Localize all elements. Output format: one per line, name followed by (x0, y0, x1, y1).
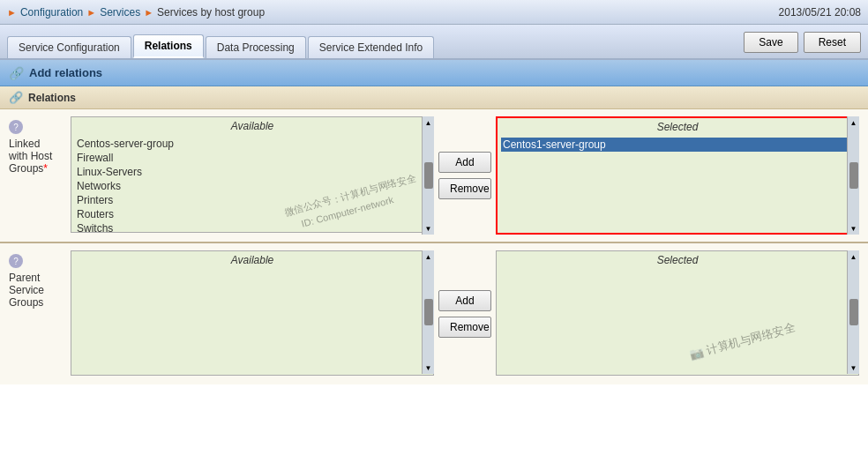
list-item[interactable]: Networks (75, 179, 430, 193)
add-relations-header: 🔗 Add relations (0, 60, 868, 86)
selected-list-linked: Selected Centos1-server-group (496, 116, 859, 235)
breadcrumb-services[interactable]: Services (100, 6, 140, 19)
scroll-up-selected-parent[interactable]: ▲ (849, 252, 858, 261)
selected-scrollbar-linked[interactable]: ▲ ▼ (847, 116, 859, 235)
scroll-thumb-selected-parent[interactable] (849, 299, 858, 325)
breadcrumb-arrow-2: ► (86, 7, 96, 18)
scroll-thumb-linked[interactable] (424, 162, 433, 189)
scroll-up-selected-linked[interactable]: ▲ (849, 118, 858, 127)
transfer-middle-linked: Add Remove (434, 116, 496, 235)
available-scrollbar-parent[interactable]: ▲ ▼ (422, 250, 434, 374)
selected-items-linked[interactable]: Centos1-server-group (498, 136, 857, 233)
save-button[interactable]: Save (744, 32, 797, 53)
reset-button[interactable]: Reset (804, 32, 861, 53)
available-box-linked: Available Centos-server-groupFirewallLin… (71, 116, 434, 235)
help-icon-parent[interactable]: ? (9, 254, 23, 268)
list-item[interactable]: Centos1-server-group (501, 138, 854, 152)
remove-linked-button[interactable]: Remove (438, 178, 491, 199)
add-linked-button[interactable]: Add (438, 152, 491, 173)
scroll-down-selected-linked[interactable]: ▼ (849, 224, 858, 233)
parent-service-groups-section: ? ParentServiceGroups Available ▲ ▼ (0, 242, 868, 384)
top-bar: ► Configuration ► Services ► Services by… (0, 0, 868, 25)
available-items-linked[interactable]: Centos-server-groupFirewallLinux-Servers… (71, 135, 433, 232)
scroll-thumb-selected-linked[interactable] (849, 162, 858, 189)
action-buttons: Save Reset (744, 32, 861, 53)
breadcrumb-configuration[interactable]: Configuration (20, 6, 83, 19)
relations-subheader-icon: 🔗 (9, 91, 23, 104)
selected-items-parent[interactable] (497, 269, 858, 375)
scroll-down-selected-parent[interactable]: ▼ (849, 363, 858, 372)
scroll-thumb-parent[interactable] (424, 299, 433, 325)
available-box-parent: Available ▲ ▼ (71, 250, 434, 377)
list-item[interactable]: Linux-Servers (75, 165, 430, 179)
relations-icon: 🔗 (9, 66, 24, 80)
list-item[interactable]: Centos-server-group (75, 137, 430, 151)
breadcrumb-arrow-3: ► (144, 7, 153, 18)
list-item[interactable]: Routers (75, 207, 430, 221)
relations-subheader: 🔗 Relations (0, 86, 868, 109)
selected-list-parent: Selected (496, 250, 859, 376)
scroll-up-parent[interactable]: ▲ (424, 252, 433, 261)
tab-data-processing[interactable]: Data Processing (206, 36, 306, 58)
tab-service-configuration[interactable]: Service Configuration (7, 36, 131, 58)
parent-service-groups-label: ? ParentServiceGroups (9, 250, 71, 377)
parent-service-groups-row: ? ParentServiceGroups Available ▲ ▼ (0, 243, 868, 384)
scroll-up-linked[interactable]: ▲ (424, 118, 433, 127)
scroll-down-parent[interactable]: ▼ (424, 363, 433, 372)
help-icon-linked[interactable]: ? (9, 120, 23, 134)
tab-service-extended-info[interactable]: Service Extended Info (308, 36, 434, 58)
selected-box-linked: Selected Centos1-server-group ▲ ▼ (496, 116, 859, 235)
linked-host-groups-row: ? Linkedwith HostGroups* Available Cento… (0, 109, 868, 242)
transfer-middle-parent: Add Remove (434, 250, 496, 377)
list-item[interactable]: Switchs (75, 221, 430, 232)
remove-parent-button[interactable]: Remove (438, 317, 491, 338)
selected-scrollbar-parent[interactable]: ▲ ▼ (847, 250, 859, 374)
available-list-linked: Available Centos-server-groupFirewallLin… (71, 116, 434, 233)
selected-box-parent: Selected ▲ ▼ (496, 250, 859, 377)
available-list-parent: Available (71, 250, 434, 376)
datetime: 2013/05/21 20:08 (779, 6, 861, 19)
list-item[interactable]: Printers (75, 193, 430, 207)
breadcrumb-arrow-1: ► (7, 7, 17, 18)
tab-bar: Service Configuration Relations Data Pro… (0, 25, 868, 60)
add-parent-button[interactable]: Add (438, 290, 491, 311)
main-content: 🔗 Add relations 🔗 Relations ? Linkedwith… (0, 60, 868, 470)
relations-section: 🔗 Relations ? Linkedwith HostGroups* Ava… (0, 86, 868, 242)
tab-relations[interactable]: Relations (133, 34, 204, 58)
available-items-parent[interactable] (71, 269, 433, 375)
list-item[interactable]: Firewall (75, 151, 430, 165)
scroll-down-linked[interactable]: ▼ (424, 224, 433, 233)
breadcrumb: ► Configuration ► Services ► Services by… (7, 6, 265, 19)
breadcrumb-current: Services by host group (157, 6, 265, 19)
linked-host-groups-label: ? Linkedwith HostGroups* (9, 116, 71, 235)
available-scrollbar-linked[interactable]: ▲ ▼ (422, 116, 434, 235)
